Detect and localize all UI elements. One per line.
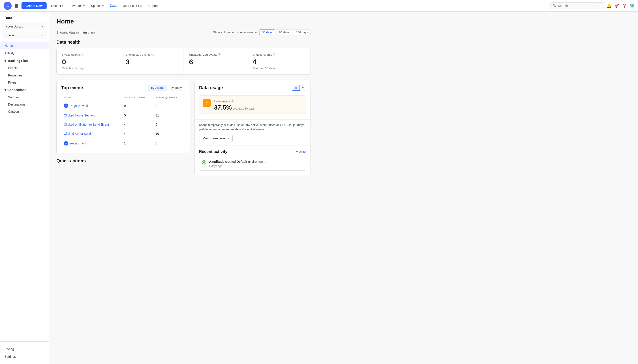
page-title: Home [56,18,311,25]
usage-percent: 37.5% [214,104,232,111]
recent-activity-title: Recent activity [199,149,228,154]
toggle-by-query[interactable]: by query [167,85,185,90]
svg-rect-4 [16,5,17,6]
volume-clicked-home: 5 [121,111,153,120]
table-row: Clicked About Section 4 10 [61,129,185,138]
activity-dot-icon [202,160,206,164]
svg-rect-8 [17,6,18,8]
search-bar[interactable]: 🔍 ⊟ [550,2,604,9]
sidebar-item-properties[interactable]: Properties [0,72,49,79]
metric-invalid-value: 0 [62,58,115,66]
workspace-name: Kevin Uehara [6,25,23,28]
grid-icon[interactable] [14,3,20,9]
time-90-btn[interactable]: 90 days [276,30,292,35]
event-link-session-end[interactable]: A session_end [64,141,119,146]
workspace-chevron: ▾ [42,25,44,28]
event-usage-label: Event usage ⓘ [214,99,255,103]
sidebar-item-sources[interactable]: Sources [0,94,49,101]
invalid-info-icon[interactable]: ⓘ [81,52,84,56]
workspace-dropdown[interactable]: Kevin Uehara ▾ [2,23,47,30]
branch-chevron: ▾ [42,34,44,37]
svg-rect-0 [15,4,16,5]
branch-dropdown[interactable]: ⑂ main ▾ [2,31,47,39]
event-icon-session-end: A [64,141,68,146]
view-unused-events-button[interactable]: View unused events [199,134,233,142]
metric-uncategorized: Uncategorized events ⓘ 6 [184,48,247,74]
filter-icon[interactable]: ⊟ [599,4,601,8]
svg-rect-6 [15,6,16,8]
sidebar-group-connections[interactable]: ▾ Connections [0,86,49,94]
queries-clicked-home: 31 [153,111,185,120]
sidebar-item-catalog[interactable]: Catalog [0,108,49,115]
sidebar-item-activity[interactable]: Activity [0,50,49,57]
event-usage-info-icon[interactable]: ⓘ [231,99,234,103]
create-new-button[interactable]: Create New [22,2,47,10]
help-icon[interactable]: ❓ [622,3,627,8]
app-layout: Data Kevin Uehara ▾ ⑂ main ▾ Home Activi… [0,12,638,364]
search-icon: 🔍 [553,4,556,8]
toggle-number[interactable]: # [300,85,306,90]
connections-chevron: ▾ [5,88,6,92]
table-row: A Page Viewed 9 0 [61,101,185,111]
metric-invalid-label: Invalid events ⓘ [62,52,115,56]
uncategorized-info-icon[interactable]: ⓘ [218,52,221,56]
svg-rect-1 [16,4,17,5]
sidebar-item-pricing[interactable]: Pricing [0,345,49,353]
nav-user-lookup[interactable]: User Look-Up [120,3,145,9]
event-link-clicked-home[interactable]: Clicked Home Section [64,114,119,117]
sidebar-group-tracking-plan[interactable]: ▾ Tracking Plan [0,57,49,64]
view-all-link[interactable]: View all [296,150,306,154]
event-link-clicked-button[interactable]: Clicked on Button to Send Event [64,123,119,126]
queries-clicked-about: 10 [153,129,185,138]
unused-info-icon[interactable]: ⓘ [273,52,276,56]
toggle-by-volume[interactable]: by volume [148,85,167,90]
data-usage-title: Data usage [199,85,223,90]
usage-note: Usage temporarily excludes use of "any a… [194,120,311,134]
col-name: NAME [61,94,121,101]
main-content: Home Showing data in main branch. Show v… [49,12,638,364]
sidebar-item-events[interactable]: Events [0,64,49,72]
svg-rect-7 [16,6,17,8]
nav-cohorts[interactable]: Cohorts [146,3,162,9]
time-180-btn[interactable]: 180 days [293,30,311,35]
volume-clicked-about: 4 [121,129,153,138]
data-usage-card: Data usage % # ⚠ Event usage ⓘ [194,80,311,175]
settings-icon[interactable]: ⚙️ [629,3,634,8]
unexpected-info-icon[interactable]: ⓘ [151,52,154,56]
sidebar-item-filters[interactable]: Filters [0,79,49,86]
quick-actions-title: Quick actions [56,158,190,164]
event-usage-info: Event usage ⓘ 37.5% over last 30 days [214,99,255,111]
top-nav: A Create New Recent ▾ Favorites ▾ Spaces… [0,0,638,12]
search-input[interactable] [558,4,597,8]
warning-icon: ⚠ [203,99,211,107]
nav-spaces[interactable]: Spaces ▾ [88,3,106,9]
queries-session-end: 0 [153,138,185,148]
event-link-clicked-about[interactable]: Clicked About Section [64,132,119,136]
volume-page-viewed: 9 [121,101,153,111]
rocket-icon[interactable]: 🚀 [614,3,619,8]
event-usage-section: ⚠ Event usage ⓘ 37.5% over last 30 days [194,95,311,120]
table-row: Clicked Home Section 5 31 [61,111,185,120]
sidebar-item-destinations[interactable]: Destinations [0,101,49,108]
sidebar: Data Kevin Uehara ▾ ⑂ main ▾ Home Activi… [0,12,49,364]
sidebar-item-settings[interactable]: Settings [0,353,49,360]
metric-unused-label: Unused events ⓘ [253,52,305,56]
left-col: Top events by volume by query NAME 30 DA… [56,80,190,175]
nav-favorites[interactable]: Favorites ▾ [67,3,88,9]
metric-uncategorized-value: 6 [189,58,242,66]
two-col-layout: Top events by volume by query NAME 30 DA… [56,80,311,175]
activity-item: Amplitude created Default environment. 6… [199,157,306,170]
nav-recent[interactable]: Recent ▾ [48,3,66,9]
logo-button[interactable]: A [4,2,12,10]
top-events-header: Top events by volume by query [61,85,185,91]
toggle-percent[interactable]: % [292,85,300,90]
nav-items: Recent ▾ Favorites ▾ Spaces ▾ Data User … [48,2,548,9]
activity-time: 6 days ago [209,164,266,168]
time-30-btn[interactable]: 30 days [259,30,275,35]
event-link-page-viewed[interactable]: A Page Viewed [64,104,119,108]
data-health-card: Invalid events ⓘ 0 Over last 14 days Une… [56,48,311,75]
events-table: NAME 30 DAY VOLUME 30 DAY QUERIES A [61,94,185,148]
nav-data[interactable]: Data [107,2,119,9]
bell-icon[interactable]: 🔔 [607,3,611,8]
sidebar-item-home[interactable]: Home [0,42,49,50]
